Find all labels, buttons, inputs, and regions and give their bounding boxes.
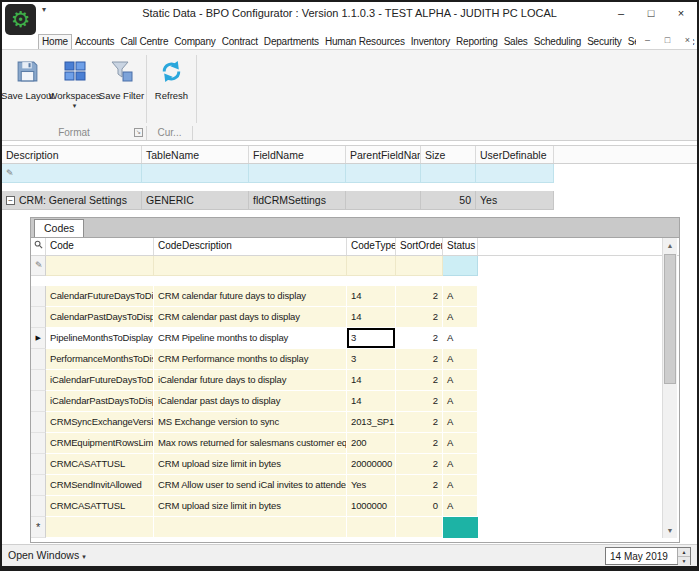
ribbon-tab-contract[interactable]: Contract xyxy=(219,35,261,49)
ribbon-tab-company[interactable]: Company xyxy=(171,35,218,49)
cell-codetype[interactable]: 14 xyxy=(347,307,396,328)
ribbon-tab-accounts[interactable]: Accounts xyxy=(72,35,118,49)
filter-cell-description[interactable]: ✎ xyxy=(2,164,142,183)
detail-new-row[interactable]: * xyxy=(31,517,679,538)
column-header-status[interactable]: Status xyxy=(443,238,478,255)
cell-codedescription[interactable]: iCalendar future days to display xyxy=(154,370,347,391)
master-cell-size[interactable]: 50 xyxy=(421,191,476,210)
cell-codetype[interactable]: 14 xyxy=(347,370,396,391)
new-cell-codetype[interactable] xyxy=(347,517,396,538)
cell-status[interactable]: A xyxy=(443,433,478,454)
detail-grid-row[interactable]: ▶ CRMSendInvitAllowed CRM Allow user to … xyxy=(31,475,679,496)
cell-code[interactable]: iCalendarFutureDaysToDisplay xyxy=(46,370,154,391)
ribbon-tab-human-resources[interactable]: Human Resources xyxy=(322,35,408,49)
cell-codetype[interactable]: 14 xyxy=(347,391,396,412)
spinner-down-icon[interactable]: ▼ xyxy=(678,557,690,565)
refresh-button[interactable]: Refresh xyxy=(148,52,195,126)
cell-codetype[interactable]: 1000000 xyxy=(347,496,396,517)
ribbon-tab-scheduling[interactable]: Scheduling xyxy=(531,35,584,49)
detail-grid-row[interactable]: ▶ CalendarFutureDaysToDisplay CRM calend… xyxy=(31,286,679,307)
cell-sortorder[interactable]: 2 xyxy=(396,433,443,454)
column-header-userdefinable[interactable]: UserDefinable xyxy=(476,146,554,163)
cell-code[interactable]: PipelineMonthsToDisplay xyxy=(46,328,154,349)
cell-status[interactable]: A xyxy=(443,496,478,517)
cell-status[interactable]: A xyxy=(443,454,478,475)
ribbon-tab-security[interactable]: Security xyxy=(584,35,625,49)
cell-codetype[interactable]: 3 xyxy=(347,328,396,349)
maximize-button[interactable]: □ xyxy=(643,6,659,21)
cell-status[interactable]: A xyxy=(443,370,478,391)
detail-grid-row[interactable]: ▶ CRMCASATTUSL CRM upload size limit in … xyxy=(31,454,679,475)
cell-code[interactable]: CRMCASATTUSL xyxy=(46,496,154,517)
cell-status[interactable]: A xyxy=(443,349,478,370)
cell-sortorder[interactable]: 0 xyxy=(396,496,443,517)
cell-sortorder[interactable]: 2 xyxy=(396,370,443,391)
cell-code[interactable]: CRMCASATTUSL xyxy=(46,454,154,475)
cell-codedescription[interactable]: CRM calendar past days to display xyxy=(154,307,347,328)
quick-access-caret-icon[interactable]: ▾ xyxy=(42,5,46,14)
new-cell-status[interactable] xyxy=(443,517,478,538)
cell-codedescription[interactable]: CRM calendar future days to display xyxy=(154,286,347,307)
new-cell-codedescription[interactable] xyxy=(154,517,347,538)
column-header-codetype[interactable]: CodeType xyxy=(347,238,396,255)
scroll-up-icon[interactable]: ▲ xyxy=(663,238,677,253)
ribbon-tab-reporting[interactable]: Reporting xyxy=(453,35,501,49)
cell-sortorder[interactable]: 2 xyxy=(396,475,443,496)
cell-sortorder[interactable]: 2 xyxy=(396,412,443,433)
cell-code[interactable]: PerformanceMonthsToDisplay xyxy=(46,349,154,370)
master-cell-description[interactable]: − CRM: General Settings xyxy=(2,191,142,210)
filter-cell-sortorder[interactable] xyxy=(396,256,443,276)
workspaces-button[interactable]: Workspaces ▾ xyxy=(51,52,98,126)
master-cell-fieldname[interactable]: fldCRMSettings xyxy=(249,191,346,210)
detail-grid-row[interactable]: ▶ iCalendarPastDaysToDisplay iCalendar p… xyxy=(31,391,679,412)
collapse-row-icon[interactable]: − xyxy=(6,196,15,205)
column-header-tablename[interactable]: TableName xyxy=(142,146,249,163)
scroll-down-icon[interactable]: ▼ xyxy=(663,523,677,538)
cell-codedescription[interactable]: Max rows returned for salesmans customer… xyxy=(154,433,347,454)
cell-sortorder[interactable]: 2 xyxy=(396,286,443,307)
tab-codes[interactable]: Codes xyxy=(34,219,84,237)
filter-edit-icon[interactable]: ✎ xyxy=(31,256,46,276)
detail-grid-row[interactable]: ▶ CRMSyncExchangeVersion MS Exchange ver… xyxy=(31,412,679,433)
filter-cell-size[interactable] xyxy=(421,164,476,183)
cell-codedescription[interactable]: CRM Pipeline months to display xyxy=(154,328,347,349)
filter-cell-status[interactable] xyxy=(443,256,478,276)
column-header-codedescription[interactable]: CodeDescription xyxy=(154,238,347,255)
mdi-restore-button[interactable]: □ xyxy=(662,35,673,45)
cell-codedescription[interactable]: MS Exchange version to sync xyxy=(154,412,347,433)
cell-status[interactable]: A xyxy=(443,475,478,496)
cell-codetype[interactable]: 14 xyxy=(347,286,396,307)
app-logo-gear-icon[interactable]: ⚙ xyxy=(5,4,36,35)
column-header-parentfieldname[interactable]: ParentFieldName xyxy=(346,146,421,163)
save-filter-button[interactable]: Save Filter xyxy=(98,52,145,126)
master-cell-tablename[interactable]: GENERIC xyxy=(142,191,249,210)
column-header-code[interactable]: Code xyxy=(46,238,154,255)
new-cell-code[interactable] xyxy=(46,517,154,538)
cell-status[interactable]: A xyxy=(443,328,478,349)
filter-cell-fieldname[interactable] xyxy=(249,164,346,183)
filter-cell-tablename[interactable] xyxy=(142,164,249,183)
ribbon-tab-departments[interactable]: Departments xyxy=(261,35,322,49)
vertical-scrollbar[interactable]: ▲ ▼ xyxy=(662,238,677,538)
column-header-fieldname[interactable]: FieldName xyxy=(249,146,346,163)
cell-codedescription[interactable]: CRM Performance months to display xyxy=(154,349,347,370)
cell-status[interactable]: A xyxy=(443,391,478,412)
detail-grid-row[interactable]: ▶ CalendarPastDaysToDisplay CRM calendar… xyxy=(31,307,679,328)
filter-cell-parentfieldname[interactable] xyxy=(346,164,421,183)
close-button[interactable]: × xyxy=(673,6,689,21)
cell-sortorder[interactable]: 2 xyxy=(396,328,443,349)
cell-codetype[interactable]: 3 xyxy=(347,349,396,370)
cell-codedescription[interactable]: iCalendar past days to display xyxy=(154,391,347,412)
new-cell-sortorder[interactable] xyxy=(396,517,443,538)
filter-cell-userdefinable[interactable] xyxy=(476,164,554,183)
search-icon[interactable] xyxy=(31,238,46,255)
cell-status[interactable]: A xyxy=(443,307,478,328)
cell-codetype[interactable]: 20000000 xyxy=(347,454,396,475)
detail-grid-row[interactable]: ▶ iCalendarFutureDaysToDisplay iCalendar… xyxy=(31,370,679,391)
master-cell-userdefinable[interactable]: Yes xyxy=(476,191,554,210)
cell-codedescription[interactable]: CRM upload size limit in bytes xyxy=(154,496,347,517)
cell-sortorder[interactable]: 2 xyxy=(396,349,443,370)
detail-grid-row[interactable]: ▶ PerformanceMonthsToDisplay CRM Perform… xyxy=(31,349,679,370)
save-layout-button[interactable]: Save Layout xyxy=(4,52,51,126)
master-row[interactable]: − CRM: General Settings GENERIC fldCRMSe… xyxy=(2,191,697,210)
